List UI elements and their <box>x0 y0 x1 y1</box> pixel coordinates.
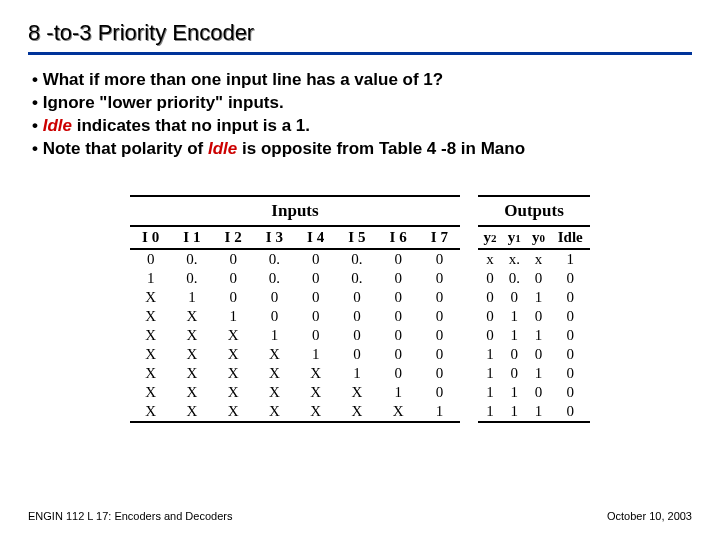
table-row: XXXXX1001010 <box>130 364 590 383</box>
bullet-item: What if more than one input line has a v… <box>32 69 692 92</box>
bullet-item: Note that polarity of Idle is opposite f… <box>32 138 692 161</box>
table-row: XXXXXX101100 <box>130 383 590 402</box>
footer-right: October 10, 2003 <box>607 510 692 522</box>
bullet-list: What if more than one input line has a v… <box>32 69 692 161</box>
footer-left: ENGIN 112 L 17: Encoders and Decoders <box>28 510 232 522</box>
column-headers: I 0 I 1 I 2 I 3 I 4 I 5 I 6 I 7 y2 y1 y0… <box>130 226 590 249</box>
bullet-item: Idle indicates that no input is a 1. <box>32 115 692 138</box>
table-row: 10.00.00.0000.00 <box>130 269 590 288</box>
page-title: 8 -to-3 Priority Encoder <box>28 20 692 55</box>
table-row: 00.00.00.00xx.x1 <box>130 249 590 269</box>
table-row: XXXXXXX11110 <box>130 402 590 422</box>
footer: ENGIN 112 L 17: Encoders and Decoders Oc… <box>28 510 692 522</box>
outputs-header: Outputs <box>478 196 590 226</box>
bullet-item: Ignore "lower priority" inputs. <box>32 92 692 115</box>
truth-table: Inputs Outputs I 0 I 1 I 2 I 3 I 4 I 5 I… <box>130 195 590 423</box>
table-row: XX1000000100 <box>130 307 590 326</box>
table-row: X10000000010 <box>130 288 590 307</box>
table-row: XXX100000110 <box>130 326 590 345</box>
table-row: XXXX10001000 <box>130 345 590 364</box>
inputs-header: Inputs <box>130 196 460 226</box>
